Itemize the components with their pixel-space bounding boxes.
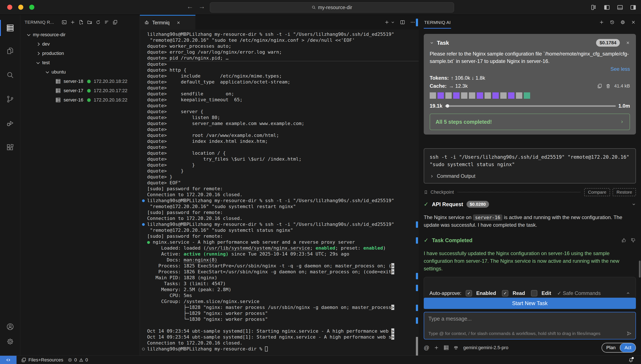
- attach-plus-icon[interactable]: [434, 345, 439, 350]
- activity-source-control-icon[interactable]: [0, 89, 20, 109]
- safe-commands-label[interactable]: ✓ Safe Commands: [557, 290, 601, 296]
- task-close-icon[interactable]: [626, 41, 630, 45]
- compare-button[interactable]: Compare: [584, 188, 610, 196]
- tree-item-ubuntu[interactable]: ubuntu: [20, 68, 140, 77]
- scrollbar-mark: [416, 222, 418, 228]
- new-chat-icon[interactable]: [599, 20, 604, 25]
- terminal-line: Connection to 172.20.20.16 closed.: [147, 216, 419, 222]
- plan-mode-button[interactable]: Plan: [602, 343, 620, 352]
- plan-act-toggle[interactable]: Plan Act: [601, 343, 636, 352]
- activity-extensions-icon[interactable]: [0, 137, 20, 158]
- files-resources-item[interactable]: Files+Resources: [21, 357, 63, 363]
- activity-search-icon[interactable]: [0, 65, 20, 85]
- checkbox-enabled[interactable]: ✓: [466, 290, 472, 296]
- chevron-up-icon[interactable]: [626, 291, 630, 295]
- more-actions-icon[interactable]: [410, 20, 415, 25]
- terminal-line: dquote> location / {: [147, 150, 419, 156]
- remote-indicator[interactable]: [0, 356, 17, 364]
- toggle-left-sidebar-icon[interactable]: [604, 4, 610, 10]
- model-selector[interactable]: gemini:gemini-2.5-pro: [463, 345, 508, 350]
- tree-item-dev[interactable]: dev: [20, 40, 140, 49]
- tree-item-server-16[interactable]: server-16172.20.20.16:22: [20, 95, 140, 105]
- server-16-chip: server-16: [473, 214, 502, 220]
- tab-close-icon[interactable]: [176, 20, 181, 25]
- message-input[interactable]: Type a message... Type @ for context, / …: [424, 312, 636, 340]
- window-zoom-button[interactable]: [29, 5, 34, 10]
- tree-item-production[interactable]: production: [20, 49, 140, 58]
- activity-resources-icon[interactable]: [0, 18, 20, 38]
- toggle-panel-icon[interactable]: [617, 4, 623, 10]
- terminal-line: Oct 14 09:23:54 ubt-sample systemd[1]: S…: [147, 334, 419, 340]
- tab-termniq[interactable]: Termniq: [140, 15, 195, 30]
- rules-scale-icon[interactable]: [453, 345, 458, 350]
- api-request-label: API Request: [432, 201, 463, 208]
- add-icon[interactable]: [70, 20, 75, 25]
- restore-button[interactable]: Restore: [612, 188, 636, 196]
- mention-icon[interactable]: @: [424, 344, 429, 351]
- customize-layout-icon[interactable]: [590, 4, 597, 10]
- act-mode-button[interactable]: Act: [620, 343, 635, 352]
- collapse-all-icon[interactable]: [104, 20, 109, 25]
- chevron-down-icon[interactable]: [632, 202, 636, 206]
- resources-sidebar: TERMNIQ R... my-resource-dirdevproductio…: [20, 15, 140, 356]
- scrollbar-mark: [416, 273, 418, 279]
- thumbs-down-icon[interactable]: [631, 238, 636, 243]
- terminal-line: dquote> sendfile on;: [147, 91, 419, 97]
- copy-icon[interactable]: [597, 84, 602, 88]
- terminal-output[interactable]: lilzhang90s@MBPLilzhang my-resource-dir …: [140, 31, 419, 356]
- terminal-line: dquote>: [147, 103, 419, 109]
- chevron-right-icon[interactable]: [620, 120, 624, 124]
- refresh-icon[interactable]: [96, 20, 101, 25]
- checkbox-edit[interactable]: [531, 290, 537, 296]
- context-slider[interactable]: [445, 105, 616, 107]
- checkpoint-row: Checkpoint Compare Restore: [424, 188, 636, 196]
- tree-item-my-resource-dir[interactable]: my-resource-dir: [20, 30, 140, 40]
- command-decoration-dot[interactable]: [142, 223, 145, 226]
- api-request-row[interactable]: ✓ API Request $0.0280: [424, 201, 636, 208]
- send-icon[interactable]: [626, 331, 632, 336]
- prompt-decoration-circle[interactable]: [142, 348, 145, 350]
- tree-item-test[interactable]: test: [20, 58, 140, 68]
- tree-item-server-18[interactable]: server-18172.20.20.18:22: [20, 77, 140, 86]
- activity-explorer-icon[interactable]: [0, 41, 20, 61]
- activity-run-debug-icon[interactable]: [0, 113, 20, 134]
- window-minimize-button[interactable]: [18, 5, 23, 10]
- terminal-line: dquote> keepalive_timeout 65;: [147, 97, 419, 103]
- split-editor-icon[interactable]: [400, 20, 405, 25]
- see-less-link[interactable]: See less: [430, 66, 630, 72]
- new-file-icon[interactable]: [79, 20, 84, 25]
- ai-panel-tab[interactable]: TERMNIQ AI: [424, 16, 451, 28]
- new-folder-icon[interactable]: [87, 20, 92, 25]
- navigate-back-icon[interactable]: ←: [187, 2, 193, 10]
- context-slider-knob[interactable]: [446, 104, 449, 108]
- window-close-button[interactable]: [7, 5, 12, 10]
- navigate-forward-icon[interactable]: →: [198, 2, 205, 10]
- checkbox-read[interactable]: ✓: [502, 290, 508, 296]
- settings-gear-icon[interactable]: [0, 331, 20, 352]
- task-card: Task $0.1784 Please refer to the Nginx s…: [424, 34, 636, 134]
- thumbs-up-icon[interactable]: [621, 238, 626, 243]
- new-terminal-button[interactable]: [384, 20, 395, 25]
- chevron-down-icon[interactable]: [430, 41, 434, 45]
- tree-item-server-17[interactable]: server-17172.20.20.17:22: [20, 86, 140, 95]
- ai-settings-gear-icon[interactable]: [620, 20, 625, 25]
- start-new-task-button[interactable]: Start New Task: [424, 298, 636, 309]
- command-center-search[interactable]: my-resource-dir: [210, 2, 454, 12]
- chevron-down-icon[interactable]: [391, 20, 395, 24]
- terminal-line: ├─1829 "nginx: worker process": [147, 310, 419, 316]
- duplicate-view-icon[interactable]: [113, 20, 118, 25]
- toggle-right-sidebar-icon[interactable]: [630, 4, 636, 10]
- open-terminal-icon[interactable]: [62, 20, 67, 25]
- problems-item[interactable]: 0 0: [68, 357, 88, 363]
- server-rack-icon[interactable]: [444, 345, 449, 350]
- steps-completed-banner[interactable]: All 5 steps completed!: [430, 114, 630, 130]
- errors-icon: [68, 358, 72, 362]
- warnings-icon: [79, 358, 83, 362]
- notifications-bell-icon[interactable]: [628, 358, 633, 362]
- trash-icon[interactable]: [605, 84, 611, 88]
- close-panel-icon[interactable]: [631, 20, 636, 25]
- panel-scrollbar[interactable]: [639, 260, 640, 278]
- command-output-toggle[interactable]: Command Output: [430, 172, 630, 180]
- command-decoration-dot[interactable]: [142, 199, 145, 202]
- history-icon[interactable]: [610, 20, 615, 25]
